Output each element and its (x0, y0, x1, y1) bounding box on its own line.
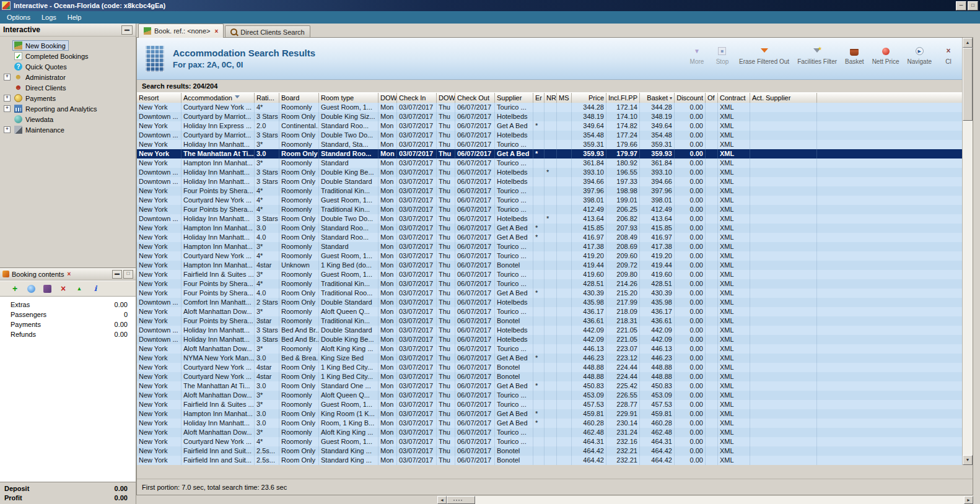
table-row[interactable]: New YorkCourtyard New York ...4*Roomonly… (137, 103, 962, 112)
maximize-button[interactable]: □ (968, 1, 978, 11)
table-row[interactable]: New YorkCourtyard New York ...4*Roomonly… (137, 437, 962, 446)
history-button[interactable] (26, 284, 36, 293)
column-header-er[interactable]: Er (533, 93, 545, 103)
close-booking-contents-button[interactable]: × (67, 271, 71, 277)
basket-button[interactable]: Basket (845, 46, 864, 65)
table-row[interactable]: Downtown ...Courtyard by Marriot...3 Sta… (137, 112, 962, 121)
column-header-price[interactable]: Price (572, 93, 606, 103)
dock-button[interactable]: ▬ (112, 270, 122, 279)
vertical-scroll-thumb[interactable] (963, 48, 973, 121)
column-header-room_type[interactable]: Room type (319, 93, 378, 103)
table-row[interactable]: New YorkFour Points by Shera...4*Roomonl… (137, 205, 962, 214)
table-row[interactable]: New YorkHampton Inn Manhat...3*RoomonlyS… (137, 159, 962, 168)
column-header-rating[interactable]: Rati... (255, 93, 279, 103)
sidebar-item-quick-quotes[interactable]: Quick Quotes (0, 61, 136, 72)
table-row[interactable]: New YorkFour Points by Shera...4*Roomonl… (137, 279, 962, 289)
scroll-right-icon[interactable]: ► (964, 496, 973, 504)
facilities-filter-button[interactable]: Facilities Filter (797, 46, 837, 65)
table-row[interactable]: Downtown ...Holiday Inn Manhatt...3 Star… (137, 168, 962, 177)
table-row[interactable]: New YorkFour Points by Shera...3starRoom… (137, 316, 962, 326)
table-row[interactable]: New YorkCourtyard New York ...4starRoom … (137, 363, 962, 372)
table-row[interactable]: New YorkThe Manhattan At Ti...3.0Room On… (137, 149, 962, 159)
tab-book-ref[interactable]: Book. ref.: <none>× (138, 24, 224, 38)
menu-logs[interactable]: Logs (36, 12, 62, 23)
column-header-of[interactable]: Of (706, 93, 718, 103)
sidebar-item-payments[interactable]: +Payments (0, 93, 136, 103)
table-row[interactable]: New YorkHampton Inn Manhat...3.0Room Onl… (137, 409, 962, 419)
delete-button[interactable] (58, 284, 68, 293)
cl-button[interactable]: Cl (940, 46, 957, 65)
column-header-accommodation[interactable]: Accommodation (182, 93, 255, 103)
table-row[interactable]: Downtown ...Holiday Inn Manhatt...3 Star… (137, 326, 962, 335)
table-row[interactable]: New YorkFour Points by Shera...4.0Room O… (137, 289, 962, 298)
sidebar-item-completed-bookings[interactable]: Completed Bookings (0, 51, 136, 61)
table-row[interactable]: Downtown ...Holiday Inn Manhatt...3 Star… (137, 177, 962, 186)
table-row[interactable]: Downtown ...Comfort Inn Manhatt...2 Star… (137, 298, 962, 307)
column-header-board[interactable]: Board (279, 93, 319, 103)
table-row[interactable]: New YorkThe Manhattan At Ti...3.0Room On… (137, 381, 962, 391)
sidebar-item-viewdata[interactable]: Viewdata (0, 114, 136, 124)
horizontal-scroll-thumb[interactable] (447, 496, 475, 504)
menu-options[interactable]: Options (1, 12, 36, 23)
expand-icon[interactable]: + (4, 74, 11, 80)
sidebar-item-maintenance[interactable]: +Maintenance (0, 124, 136, 135)
column-header-incl[interactable]: Incl.Fl.PP (606, 93, 640, 103)
nett-price-button[interactable]: Nett Price (872, 46, 899, 65)
column-header-contract[interactable]: Contract (718, 93, 750, 103)
table-row[interactable]: New YorkCourtyard New York ...4*Roomonly… (137, 196, 962, 205)
column-header-discount[interactable]: Discount (675, 93, 706, 103)
sidebar-item-reporting-and-analytics[interactable]: +Reporting and Analytics (0, 103, 136, 114)
float-button[interactable]: □ (123, 270, 133, 279)
table-row[interactable]: New YorkCourtyard New York ...4*Roomonly… (137, 251, 962, 261)
table-row[interactable]: New YorkFairfield Inn and Suit...2.5s...… (137, 446, 962, 456)
table-row[interactable]: New YorkCourtyard New York ...4starRoom … (137, 372, 962, 381)
horizontal-scrollbar[interactable]: ◄ ► (437, 496, 973, 504)
table-row[interactable]: New YorkHampton Inn Manhat...3*RoomonlyS… (137, 242, 962, 251)
column-header-basket[interactable]: Basket▾ (640, 93, 675, 103)
expand-icon[interactable]: + (4, 126, 11, 133)
column-header-resort[interactable]: Resort (137, 93, 182, 103)
expand-icon[interactable]: + (4, 105, 11, 112)
menu-help[interactable]: Help (62, 12, 87, 23)
table-row[interactable]: New YorkHoliday Inn Manhatt...3*Roomonly… (137, 140, 962, 149)
cart-button[interactable] (42, 284, 52, 293)
column-header-nr[interactable]: NR (545, 93, 557, 103)
vertical-scrollbar[interactable]: ▲ ▼ (962, 38, 973, 465)
table-row[interactable]: New YorkHampton Inn Manhat...3.0Room Onl… (137, 224, 962, 233)
table-row[interactable]: New YorkFairfield Inn & Suites ...3*Room… (137, 270, 962, 279)
table-row[interactable]: New YorkHoliday Inn Express ...2.0Contin… (137, 121, 962, 131)
table-row[interactable]: New YorkNYMA New York Man...3.0Bed & Bre… (137, 354, 962, 363)
column-header-check_out[interactable]: Check Out (455, 93, 495, 103)
scroll-up-icon[interactable]: ▲ (963, 38, 973, 48)
table-row[interactable]: Downtown ...Holiday Inn Manhatt...3 Star… (137, 335, 962, 344)
expand-icon[interactable]: + (4, 95, 11, 102)
column-header-dow_in[interactable]: DOW (378, 93, 397, 103)
sidebar-item-new-booking[interactable]: New Booking (0, 40, 136, 51)
table-row[interactable]: New YorkAloft Manhattan Dow...3*Roomonly… (137, 391, 962, 400)
table-row[interactable]: New YorkFairfield Inn and Suit...2.5s...… (137, 456, 962, 465)
close-tab-icon[interactable]: × (215, 28, 219, 35)
column-header-dow_out[interactable]: DOW (437, 93, 455, 103)
collapse-panel-button[interactable]: ▬ (121, 25, 133, 35)
sidebar-item-direct-clients[interactable]: Direct Clients (0, 82, 136, 93)
filter-icon[interactable] (235, 95, 240, 101)
table-row[interactable]: New YorkAloft Manhattan Dow...3*Roomonly… (137, 428, 962, 437)
column-header-ms[interactable]: MS (557, 93, 572, 103)
table-row[interactable]: New YorkHoliday Inn Manhatt...3.0Room On… (137, 419, 962, 428)
table-row[interactable]: New YorkFairfield Inn & Suites ...3*Room… (137, 400, 962, 409)
export-button[interactable] (74, 284, 84, 293)
sidebar-item-administrator[interactable]: +Administrator (0, 72, 136, 82)
table-row[interactable]: New YorkFour Points by Shera...4*Roomonl… (137, 186, 962, 196)
navigate-button[interactable]: Navigate (908, 46, 932, 65)
table-row[interactable]: New YorkAloft Manhattan Dow...3*Roomonly… (137, 307, 962, 316)
table-row[interactable]: New YorkAloft Manhattan Dow...3*Roomonly… (137, 344, 962, 354)
add-button[interactable] (10, 284, 20, 293)
table-row[interactable]: Downtown ...Holiday Inn Manhatt...3 Star… (137, 214, 962, 224)
info-button[interactable] (90, 284, 100, 293)
tab-direct-clients-search[interactable]: Direct Clients Search (225, 25, 310, 38)
table-row[interactable]: Downtown ...Courtyard by Marriot...3 Sta… (137, 131, 962, 140)
column-header-act_supplier[interactable]: Act. Supplier (750, 93, 817, 103)
table-row[interactable]: New YorkHampton Inn Manhat...4starUnknow… (137, 261, 962, 270)
scroll-left-icon[interactable]: ◄ (437, 496, 447, 504)
minimize-button[interactable]: ─ (956, 1, 966, 11)
